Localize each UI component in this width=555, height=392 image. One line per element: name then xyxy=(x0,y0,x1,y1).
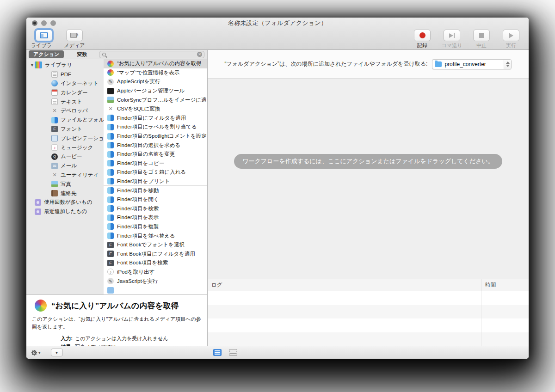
action-item-label: JavaScriptを実行 xyxy=(117,278,158,285)
step-button[interactable]: コマ送り xyxy=(439,30,465,49)
tab-variables[interactable]: 変数 xyxy=(77,51,87,58)
partial-icon xyxy=(107,287,114,294)
media-icon xyxy=(70,32,79,38)
action-item[interactable]: ColorSyncプロフ…ルをイメージに適用 xyxy=(104,95,207,104)
sidebar-item-label: ムービー xyxy=(61,153,82,160)
action-item[interactable]: Finder項目を並べ替える xyxy=(104,231,207,240)
panel-toggle-button[interactable]: ▾ xyxy=(51,349,63,356)
zoom-button[interactable] xyxy=(50,20,56,26)
description-field: 入力:このアクションは入力を受け入れません xyxy=(32,334,202,343)
sidebar-item[interactable]: インターネット xyxy=(26,79,104,88)
record-button[interactable]: 記録 xyxy=(409,30,435,49)
run-button-label: 実行 xyxy=(506,42,516,49)
sidebar-item-label: PDF xyxy=(61,72,71,77)
log-column-header[interactable]: ログ xyxy=(208,279,481,291)
action-item[interactable]: Finder項目を移動 xyxy=(104,186,207,195)
list-view-icon[interactable] xyxy=(213,349,222,356)
sidebar-item[interactable]: ▼ライブラリ xyxy=(26,61,104,70)
sidebar-item[interactable]: 使用回数が多いもの xyxy=(26,198,104,207)
action-item[interactable]: Finder項目をゴミ箱に入れる xyxy=(104,168,207,177)
disclosure-triangle-icon[interactable]: ▼ xyxy=(30,63,35,67)
sidebar-item[interactable]: フォント xyxy=(26,125,104,134)
sidebar-item[interactable]: ミュージック xyxy=(26,143,104,152)
clear-search-icon[interactable]: ✕ xyxy=(197,52,202,57)
finder-icon xyxy=(107,169,114,176)
finder-icon xyxy=(107,142,114,148)
action-item[interactable] xyxy=(104,286,207,294)
action-item[interactable]: CSVをSQLに変換 xyxy=(104,104,207,114)
contacts-icon xyxy=(51,190,58,196)
action-item[interactable]: Finder項目を表示 xyxy=(104,213,207,222)
action-item[interactable]: Font Bookでフォントを選択 xyxy=(104,240,207,250)
sidebar-item[interactable]: デベロッパ xyxy=(26,106,104,116)
record-icon xyxy=(419,32,426,38)
folder-select-dropdown[interactable]: profile_converter xyxy=(432,59,512,69)
window-chrome: 名称未設定（フォルダアクション） ライブラリ メディア 記 xyxy=(26,18,529,50)
sidebar-item-label: 連絡先 xyxy=(61,190,77,197)
field-value: 写真メディア項目 xyxy=(75,343,116,346)
titlebar[interactable]: 名称未設定（フォルダアクション） xyxy=(26,18,529,29)
action-item[interactable]: iPodを取り出す xyxy=(104,268,207,277)
time-column-header[interactable]: 時間 xyxy=(481,279,529,291)
close-button[interactable] xyxy=(32,20,37,26)
sidebar-item[interactable]: 写真 xyxy=(26,179,104,189)
sidebar-item-label: フォント xyxy=(61,126,82,133)
action-item-label: Finder項目をコピー xyxy=(117,160,164,167)
action-item[interactable]: Finder項目をコピー xyxy=(104,159,207,168)
sidebar-item[interactable]: ファイルとフォルダ xyxy=(26,116,104,125)
action-item[interactable]: Finder項目をプリント xyxy=(104,177,207,186)
action-item[interactable]: Finder項目を複製 xyxy=(104,222,207,232)
sidebar-item[interactable]: カレンダー xyxy=(26,88,104,97)
stop-button[interactable]: 中止 xyxy=(469,30,494,49)
action-menu-button[interactable]: ▾ xyxy=(31,349,41,356)
search-field[interactable]: ✕ xyxy=(99,51,204,58)
sidebar-item-label: インターネット xyxy=(61,80,99,87)
minimize-button[interactable] xyxy=(41,20,47,26)
field-label: 結果: xyxy=(32,343,73,346)
sidebar-item[interactable]: プレゼンテーション xyxy=(26,134,104,143)
action-item[interactable]: Font Book項目を検索 xyxy=(104,258,207,268)
finder-icon xyxy=(107,133,114,140)
finder-icon xyxy=(107,115,114,121)
action-item[interactable]: Finder項目にラベルを割り当てる xyxy=(104,122,207,132)
action-item[interactable]: Finder項目を検索 xyxy=(104,204,207,214)
terminal-icon xyxy=(107,88,114,94)
colorsync-icon xyxy=(107,97,114,103)
log-row xyxy=(208,318,529,332)
action-item[interactable]: “お気に入り”アルバムの内容を取得 xyxy=(104,59,207,68)
smart-folder-icon xyxy=(35,199,41,206)
action-item-label: “マップ”で位置情報を表示 xyxy=(117,69,180,76)
sidebar-item[interactable]: ユーティリティ xyxy=(26,171,104,180)
finder-icon xyxy=(107,187,114,194)
action-item[interactable]: Finder項目にフィルタを適用 xyxy=(104,114,207,123)
finder-icon xyxy=(107,223,114,230)
action-item[interactable]: Finder項目の選択を求める xyxy=(104,141,207,150)
action-item[interactable]: “マップ”で位置情報を表示 xyxy=(104,68,207,78)
panes-view-icon[interactable] xyxy=(229,349,237,356)
action-item-label: Appleバージョン管理ツール xyxy=(117,87,185,94)
finder-icon xyxy=(107,178,114,184)
sidebar-item[interactable]: PDF xyxy=(26,70,104,79)
tab-actions[interactable]: アクション xyxy=(29,50,64,58)
sidebar-item[interactable]: 最近追加したもの xyxy=(26,207,104,216)
step-icon xyxy=(449,33,455,38)
sidebar-item[interactable]: 連絡先 xyxy=(26,189,104,198)
sidebar-item[interactable]: メール xyxy=(26,161,104,171)
action-item[interactable]: Font Book項目にフィルタを適用 xyxy=(104,249,207,258)
step-button-label: コマ送り xyxy=(442,42,462,49)
action-item[interactable]: Appleバージョン管理ツール xyxy=(104,86,207,96)
search-input[interactable] xyxy=(106,52,197,57)
run-icon xyxy=(509,33,513,38)
tools-icon xyxy=(107,106,114,112)
action-item[interactable]: Finder項目を開く xyxy=(104,195,207,204)
action-item[interactable]: JavaScriptを実行 xyxy=(104,276,207,286)
action-item[interactable]: Finder項目のSpotlightコメントを設定 xyxy=(104,132,207,141)
sidebar-item[interactable]: テキスト xyxy=(26,97,104,106)
workflow-canvas[interactable]: ワークフローを作成するには、ここにアクションまたはファイルをドラッグしてください… xyxy=(208,79,529,279)
action-item-label: Font Book項目を検索 xyxy=(117,259,168,266)
sidebar-item[interactable]: ムービー xyxy=(26,152,104,161)
toolbar-right-group: 記録 コマ送り 中止 実行 xyxy=(409,30,524,49)
run-button[interactable]: 実行 xyxy=(498,30,524,49)
action-item[interactable]: AppleScriptを実行 xyxy=(104,77,207,86)
action-item[interactable]: Finder項目の名前を変更 xyxy=(104,150,207,159)
